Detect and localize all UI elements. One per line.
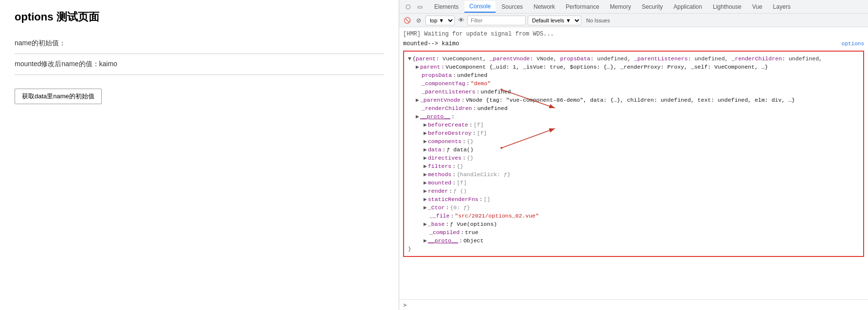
obj-key-components: components: [428, 137, 462, 146]
console-line-hmr: [HMR] Waiting for update signal from WDS…: [399, 29, 868, 39]
obj-key-render: render: [428, 187, 448, 195]
obj-row-parentvnode: ▶ _parentVnode : VNode {tag: "vue-compon…: [408, 96, 859, 104]
obj-value-render: ƒ (): [453, 187, 467, 195]
field2-label: mounted修改后name的值：kaimo: [15, 60, 384, 69]
obj-expand-proto1[interactable]: ▶: [416, 112, 419, 121]
obj-value-data: ƒ data(): [446, 146, 473, 154]
devtools-icon-group: ⬡ ▭: [403, 2, 425, 12]
obj-value-parentlisteners: undefined: [480, 88, 511, 96]
obj-expand-components[interactable]: ▶: [424, 137, 427, 146]
obj-row-renderchildren: _renderChildren : undefined: [408, 104, 859, 112]
obj-row-parentlisteners: _parentListeners : undefined: [408, 88, 859, 96]
obj-row-data: ▶ data : ƒ data(): [408, 146, 859, 154]
obj-key-filters: filters: [428, 162, 451, 170]
obj-key-ctor: _Ctor: [428, 203, 445, 212]
page-title: options 测试页面: [15, 10, 384, 24]
tab-console[interactable]: Console: [464, 1, 496, 13]
obj-value-compiled: true: [465, 228, 479, 237]
no-issues-label: No Issues: [583, 18, 613, 23]
obj-value-mounted: [f]: [457, 179, 467, 187]
tab-performance[interactable]: Performance: [561, 1, 604, 12]
obj-value-directives: {}: [467, 154, 474, 162]
obj-value-ctor: {0: ƒ}: [450, 203, 470, 212]
console-line-mounted: mounted--> kaimo options: [399, 39, 868, 49]
tab-memory[interactable]: Memory: [605, 1, 636, 12]
filter-input[interactable]: [467, 16, 526, 25]
obj-key-mounted: mounted: [428, 179, 451, 187]
stop-icon[interactable]: ⊘: [414, 16, 424, 25]
obj-expand-parent[interactable]: ▶: [416, 63, 419, 71]
obj-value-file: "src/2021/options_02.vue": [455, 212, 539, 220]
obj-key-proto1: __proto__: [420, 112, 450, 121]
obj-key-base: _base: [428, 220, 445, 228]
obj-expand-header[interactable]: ▼: [408, 55, 411, 63]
object-inspector-container: ▼ {parent: VueComponent, _parentVnode: V…: [399, 51, 868, 257]
obj-key-propsdata: propsData: [422, 71, 452, 79]
obj-expand-base[interactable]: ▶: [424, 220, 427, 228]
obj-value-methods: {handleClick: ƒ}: [457, 170, 510, 179]
obj-expand-staticrenderfns[interactable]: ▶: [424, 195, 427, 203]
obj-key-renderchildren: _renderChildren: [422, 104, 472, 112]
tab-network[interactable]: Network: [529, 1, 560, 12]
obj-row-parent: ▶ parent : VueComponent {_uid: 1, _isVue…: [408, 63, 859, 71]
obj-expand-render[interactable]: ▶: [424, 187, 427, 195]
obj-row-components: ▶ components : {}: [408, 137, 859, 146]
obj-expand-beforedestroy[interactable]: ▶: [424, 129, 427, 137]
obj-key-parentlisteners: _parentListeners: [422, 88, 475, 96]
obj-key-methods: methods: [428, 170, 451, 179]
obj-key-parent: parent: [420, 63, 440, 71]
mounted-source-link[interactable]: options: [842, 39, 864, 48]
obj-expand-close[interactable]: }: [408, 245, 411, 253]
obj-closing-row: }: [408, 245, 859, 253]
obj-value-components: {}: [467, 137, 474, 146]
divider2: [15, 74, 384, 75]
tab-sources[interactable]: Sources: [497, 1, 528, 12]
obj-row-directives: ▶ directives : {}: [408, 154, 859, 162]
obj-row-proto1: ▶ __proto__ :: [408, 112, 859, 121]
devtools-toolbar: 🚫 ⊘ top ▼ 👁 Default levels ▼ No Issues: [399, 14, 868, 27]
obj-value-renderchildren: undefined: [477, 104, 507, 112]
tab-layers[interactable]: Layers: [768, 1, 795, 12]
obj-expand-data[interactable]: ▶: [424, 146, 427, 154]
obj-key-staticrenderfns: staticRenderFns: [428, 195, 479, 203]
obj-expand-proto2[interactable]: ▶: [424, 237, 427, 245]
obj-expand-parentvnode[interactable]: ▶: [416, 96, 419, 104]
tab-elements[interactable]: Elements: [429, 1, 463, 12]
mounted-text: mounted--> kaimo: [403, 39, 459, 48]
obj-expand-filters[interactable]: ▶: [424, 162, 427, 170]
inspect-icon[interactable]: ⬡: [403, 2, 413, 12]
obj-key-beforecreate: beforeCreate: [428, 121, 468, 129]
console-output: [HMR] Waiting for update signal from WDS…: [399, 27, 868, 299]
console-prompt-symbol: >: [403, 302, 406, 309]
obj-expand-directives[interactable]: ▶: [424, 154, 427, 162]
obj-value-filters: {}: [457, 162, 463, 170]
obj-row-componenttag: _componentTag : "demo": [408, 79, 859, 88]
obj-expand-methods[interactable]: ▶: [424, 170, 427, 179]
obj-expand-mounted[interactable]: ▶: [424, 179, 427, 187]
obj-value-componenttag: "demo": [471, 79, 491, 88]
devtools-tab-bar: ⬡ ▭ Elements Console Sources Network Per…: [399, 0, 868, 14]
obj-value-base: ƒ Vue(options): [450, 220, 497, 228]
tab-security[interactable]: Security: [637, 1, 667, 12]
frame-selector[interactable]: top ▼: [425, 16, 455, 25]
eye-icon[interactable]: 👁: [457, 16, 465, 25]
tab-vue[interactable]: Vue: [747, 1, 767, 12]
obj-value-staticrenderfns: []: [483, 195, 490, 203]
obj-expand-ctor[interactable]: ▶: [424, 203, 427, 212]
tab-application[interactable]: Application: [669, 1, 707, 12]
get-initial-name-button[interactable]: 获取data里name的初始值: [15, 89, 102, 104]
device-icon[interactable]: ▭: [415, 2, 425, 12]
tab-lighthouse[interactable]: Lighthouse: [708, 1, 746, 12]
obj-row-beforecreate: ▶ beforeCreate : [f]: [408, 121, 859, 129]
obj-key-directives: directives: [428, 154, 462, 162]
obj-key-beforedestroy: beforeDestroy: [428, 129, 472, 137]
clear-console-icon[interactable]: 🚫: [402, 16, 412, 25]
left-panel: options 测试页面 name的初始值： mounted修改后name的值：…: [0, 0, 399, 310]
obj-expand-beforecreate[interactable]: ▶: [424, 121, 427, 129]
obj-row-ctor: ▶ _Ctor : {0: ƒ}: [408, 203, 859, 212]
log-levels-select[interactable]: Default levels ▼: [528, 16, 581, 25]
obj-header-text: {parent: VueComponent, _parentVnode: VNo…: [412, 55, 822, 63]
console-input[interactable]: [409, 302, 864, 309]
object-panel: ▼ {parent: VueComponent, _parentVnode: V…: [403, 51, 864, 257]
obj-key-parentvnode: _parentVnode: [420, 96, 461, 104]
